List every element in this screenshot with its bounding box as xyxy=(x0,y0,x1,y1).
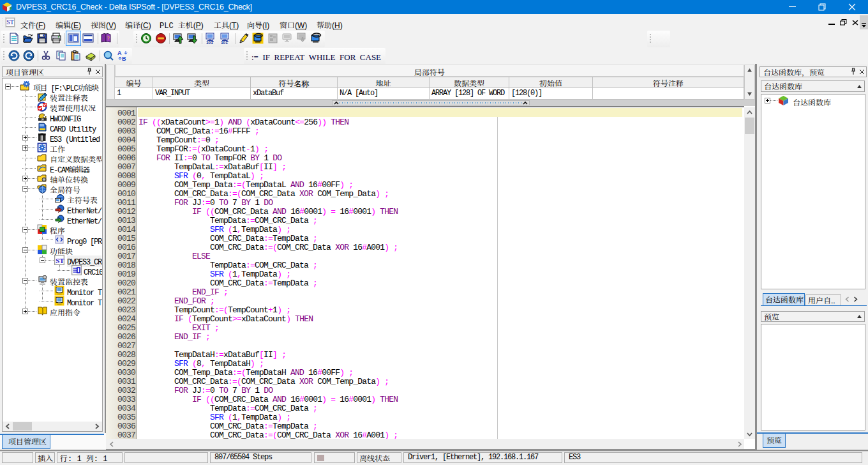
svg-text:ST: ST xyxy=(56,257,64,264)
svg-text:B: B xyxy=(122,56,126,61)
svg-text:?: ? xyxy=(107,36,110,42)
svg-text:A: A xyxy=(117,50,122,56)
